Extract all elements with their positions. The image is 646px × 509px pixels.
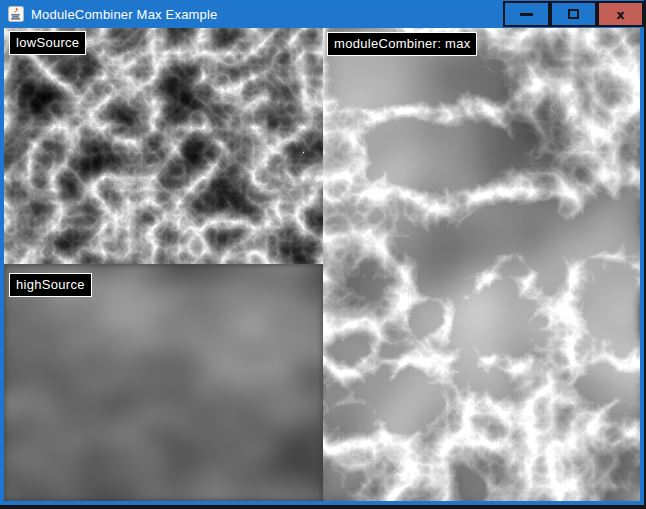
close-button[interactable]: x — [597, 1, 644, 27]
app-window: ModuleCombiner Max Example x lowSource — [0, 0, 644, 505]
titlebar[interactable]: ModuleCombiner Max Example x — [4, 0, 640, 28]
java-icon — [8, 6, 24, 22]
high-source-label: highSource — [9, 273, 92, 297]
high-source-noise-image — [4, 264, 323, 501]
module-combiner-panel: moduleCombiner: max — [323, 28, 640, 501]
minimize-button[interactable] — [503, 1, 550, 27]
minimize-icon — [520, 13, 533, 16]
low-source-panel: lowSource — [4, 28, 323, 264]
module-combiner-label: moduleCombiner: max — [327, 32, 477, 56]
maximize-icon — [568, 9, 579, 19]
low-source-noise-image — [4, 28, 323, 264]
window-title: ModuleCombiner Max Example — [31, 7, 218, 22]
canvas-area: lowSource highSource moduleCombiner: max — [4, 28, 640, 501]
left-column: lowSource highSource — [4, 28, 323, 501]
close-icon: x — [616, 8, 624, 21]
maximize-button[interactable] — [550, 1, 597, 27]
high-source-panel: highSource — [4, 264, 323, 501]
low-source-label: lowSource — [9, 31, 86, 55]
module-combiner-noise-image — [323, 28, 640, 501]
window-controls: x — [503, 1, 644, 27]
